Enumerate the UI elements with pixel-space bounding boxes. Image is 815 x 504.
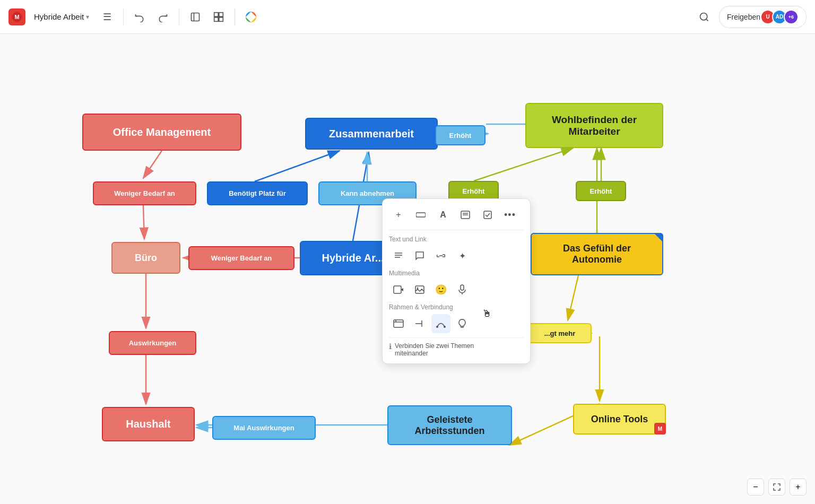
share-button[interactable]: Freigeben U AD +6 [719, 6, 807, 28]
svg-line-22 [255, 151, 340, 181]
svg-rect-47 [461, 285, 464, 290]
popup-text-btn[interactable]: A [433, 205, 453, 224]
svg-rect-35 [416, 213, 426, 217]
popup-text-icon[interactable] [389, 246, 408, 265]
color-wheel-button[interactable] [241, 7, 261, 27]
node-wohlbefinden[interactable]: Wohlbefinden der Mitarbeiter [525, 103, 663, 148]
undo-button[interactable] [130, 7, 149, 27]
avatar-stack: U AD +6 [764, 10, 799, 24]
svg-point-54 [436, 326, 438, 328]
node-office-management[interactable]: Office Management [82, 114, 241, 151]
popup-rahmen-row [389, 314, 524, 333]
node-buero[interactable]: Büro [111, 242, 180, 274]
node-weniger-bedarf-1[interactable]: Weniger Bedarf an [93, 181, 196, 205]
popup-text-row: ✦ [389, 246, 524, 265]
svg-line-26 [474, 148, 573, 181]
popup-shape-btn[interactable] [411, 205, 430, 224]
node-zusammenarbeit[interactable]: Zusammenarbeit [305, 118, 438, 150]
popup-embed-btn[interactable] [456, 205, 475, 224]
svg-rect-39 [484, 211, 491, 219]
popup-media-row: 🙂 [389, 280, 524, 299]
node-benoetigt[interactable]: Benötigt Platz für [207, 181, 308, 205]
group-button[interactable] [209, 7, 228, 27]
popup-connection-end-icon[interactable] [410, 314, 429, 333]
svg-rect-49 [394, 320, 403, 327]
popup-check-btn[interactable] [478, 205, 497, 224]
popup-video-icon[interactable] [389, 280, 408, 299]
popup-comment-icon[interactable] [410, 246, 429, 265]
popup-image-icon[interactable] [410, 280, 429, 299]
node-weniger-bedarf-2[interactable]: Weniger Bedarf an [188, 246, 294, 270]
svg-rect-7 [219, 17, 223, 21]
toolbar-right: Freigeben U AD +6 [695, 6, 807, 28]
popup-section-multimedia: Multimedia [389, 270, 524, 277]
menu-button[interactable]: ☰ [98, 7, 117, 27]
svg-rect-43 [394, 286, 401, 293]
node-das-gefuehl[interactable]: Das Gefühl der Autonomie [531, 233, 663, 275]
node-erhoeht-3[interactable]: Erhöht [576, 181, 626, 201]
popup-top-bar: + A ••• [389, 205, 524, 230]
document-title[interactable]: Hybride Arbeit ▾ [30, 10, 93, 23]
svg-rect-4 [214, 12, 219, 16]
popup-ai-icon[interactable]: ✦ [453, 246, 472, 265]
popup-lightbulb-icon[interactable] [453, 314, 472, 333]
popup-section-text-link: Text und Link [389, 236, 524, 243]
popup-add-btn[interactable]: + [389, 205, 408, 224]
zoom-in-button[interactable]: + [790, 479, 807, 496]
frame-button[interactable] [186, 7, 205, 27]
svg-rect-5 [219, 12, 223, 16]
node-online-tools[interactable]: Online Tools M [573, 404, 666, 435]
node-haushalt[interactable]: Haushalt [102, 407, 195, 441]
canvas[interactable]: Office Management Zusammenarbeit Wohlbef… [0, 34, 815, 504]
popup-audio-icon[interactable] [453, 280, 472, 299]
popup-frame-icon[interactable] [389, 314, 408, 333]
popup-hint: ℹ Verbinden Sie zwei Themen miteinander [389, 337, 524, 357]
svg-point-55 [444, 326, 446, 328]
fit-screen-button[interactable] [768, 479, 785, 496]
redo-button[interactable] [153, 7, 172, 27]
node-bringt-mehr[interactable]: ...gt mehr [528, 323, 592, 343]
svg-line-34 [568, 275, 578, 320]
svg-text:M: M [14, 14, 19, 20]
avatar-overflow: +6 [784, 10, 799, 24]
svg-point-9 [700, 13, 707, 20]
popup-connect-icon[interactable] [431, 314, 450, 333]
context-menu-popup: + A ••• Text und Link ✦ [382, 198, 531, 364]
miro-badge: M [654, 423, 666, 435]
divider-3 [235, 8, 235, 25]
svg-line-17 [143, 205, 144, 239]
node-mai-auswirkungen[interactable]: Mai Auswirkungen [212, 416, 316, 440]
svg-rect-2 [192, 13, 200, 21]
app-logo: M [8, 8, 25, 25]
popup-more-btn[interactable]: ••• [500, 205, 519, 224]
toolbar: M Hybride Arbeit ▾ ☰ Freigeben U AD +6 [0, 0, 815, 34]
divider-2 [179, 8, 179, 25]
popup-section-rahmen: Rahmen & Verbindung [389, 303, 524, 311]
search-button[interactable] [695, 7, 714, 27]
svg-rect-6 [214, 17, 219, 21]
node-auswirkungen[interactable]: Auswirkungen [109, 331, 196, 355]
zoom-out-button[interactable]: − [747, 479, 764, 496]
node-geleistete[interactable]: Geleistete Arbeitsstunden [387, 405, 512, 445]
popup-emoji-icon[interactable]: 🙂 [431, 280, 450, 299]
hint-icon: ℹ [389, 342, 392, 351]
divider-1 [123, 8, 124, 25]
node-erhoeht-1[interactable]: Erhöht [435, 125, 485, 145]
svg-line-16 [143, 151, 162, 178]
popup-link-icon[interactable] [431, 246, 450, 265]
svg-line-10 [706, 19, 708, 21]
node-indicator [654, 233, 663, 242]
zoom-controls: − + [747, 479, 807, 496]
